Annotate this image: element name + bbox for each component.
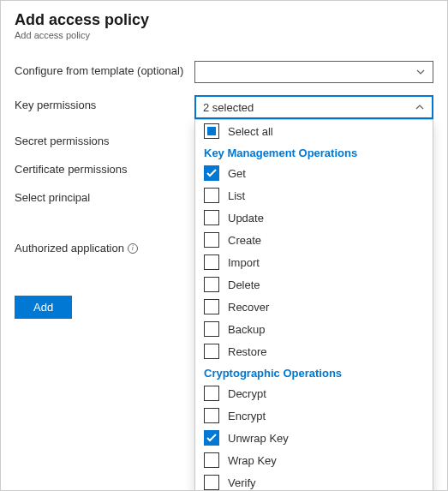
add-button[interactable]: Add: [15, 296, 72, 319]
option-item[interactable]: Wrap Key: [195, 449, 433, 471]
option-label: Create: [228, 234, 261, 247]
option-label: Restore: [228, 345, 267, 358]
option-label: Select all: [228, 125, 273, 138]
checkbox-icon: [204, 210, 219, 225]
option-label: Get: [228, 167, 246, 180]
option-label: Import: [228, 256, 260, 269]
page-subtitle: Add access policy: [15, 30, 433, 40]
option-item[interactable]: Recover: [195, 296, 433, 318]
checkbox-icon: [204, 344, 219, 359]
group-header: Key Management Operations: [195, 142, 433, 162]
option-label: Decrypt: [228, 387, 266, 400]
key-permissions-summary: 2 selected: [203, 101, 254, 114]
option-item[interactable]: Get: [195, 162, 433, 184]
checkbox-checked-icon: [204, 430, 219, 446]
option-item[interactable]: Create: [195, 229, 433, 251]
checkbox-icon: [204, 475, 219, 490]
chevron-down-icon: [415, 67, 426, 77]
checkbox-icon: [204, 386, 219, 401]
label-authorized-application: Authorized application i: [15, 238, 194, 254]
page-title: Add access policy: [15, 11, 433, 29]
checkbox-icon: [204, 452, 219, 468]
checkbox-icon: [204, 123, 219, 139]
option-item[interactable]: Restore: [195, 340, 433, 362]
option-item[interactable]: Backup: [195, 318, 433, 340]
option-label: Wrap Key: [228, 454, 277, 467]
option-label: Update: [228, 212, 264, 225]
option-select-all[interactable]: Select all: [195, 120, 433, 142]
option-label: Unwrap Key: [228, 432, 289, 445]
checkbox-checked-icon: [204, 165, 219, 181]
chevron-up-icon: [415, 102, 425, 112]
option-item[interactable]: Delete: [195, 273, 433, 296]
label-template: Configure from template (optional): [15, 61, 194, 77]
checkbox-icon: [204, 254, 219, 270]
option-item[interactable]: Verify: [195, 471, 433, 491]
option-label: Recover: [228, 301, 269, 314]
row-key-permissions: Key permissions 2 selected Select all Ke…: [15, 95, 433, 119]
option-label: Verify: [228, 476, 256, 489]
key-permissions-dropdown[interactable]: 2 selected: [194, 95, 433, 119]
key-permissions-panel: Select all Key Management OperationsGetL…: [194, 119, 433, 491]
option-label: Encrypt: [228, 410, 266, 422]
option-item[interactable]: Encrypt: [195, 404, 433, 427]
checkbox-icon: [204, 321, 219, 337]
group-header: Cryptographic Operations: [195, 362, 433, 382]
form-content: Configure from template (optional) Key p…: [1, 47, 447, 319]
label-select-principal: Select principal: [15, 188, 194, 204]
checkbox-icon: [204, 277, 219, 292]
page-header: Add access policy Add access policy: [1, 1, 447, 47]
option-item[interactable]: List: [195, 184, 433, 207]
checkbox-icon: [204, 232, 219, 248]
option-item[interactable]: Decrypt: [195, 382, 433, 404]
option-item[interactable]: Import: [195, 251, 433, 273]
label-certificate-permissions: Certificate permissions: [15, 159, 194, 176]
checkbox-icon: [204, 188, 219, 203]
info-icon[interactable]: i: [128, 243, 138, 254]
label-key-permissions: Key permissions: [15, 95, 194, 111]
option-label: List: [228, 189, 245, 202]
label-secret-permissions: Secret permissions: [15, 131, 194, 147]
checkbox-icon: [204, 408, 219, 423]
row-template: Configure from template (optional): [15, 61, 433, 83]
checkbox-icon: [204, 299, 219, 314]
option-label: Delete: [228, 278, 260, 291]
option-label: Backup: [228, 323, 265, 336]
template-dropdown[interactable]: [194, 61, 433, 83]
option-item[interactable]: Unwrap Key: [195, 427, 433, 449]
option-item[interactable]: Update: [195, 207, 433, 229]
